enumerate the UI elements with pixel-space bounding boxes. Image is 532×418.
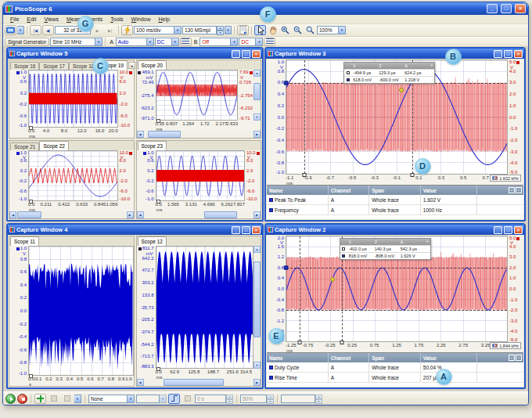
ruler-handle[interactable] [410, 173, 414, 177]
scroll-right-icon[interactable]: ▶ [127, 211, 134, 218]
window-close-button[interactable]: × [252, 50, 261, 58]
channel-b-options-button[interactable] [264, 38, 275, 46]
channel-a-coupling-combo[interactable]: DC ▼ [155, 38, 179, 46]
signal-generator-button[interactable]: Signal Generator [5, 38, 49, 46]
channel-a-range-combo[interactable]: Auto ▼ [116, 38, 154, 46]
capture-window-titlebar[interactable]: Capture Window 5_□× [8, 49, 262, 59]
scrollbar-thumb[interactable] [148, 131, 181, 138]
legend-dropdown-icon[interactable]: ▼ [429, 63, 434, 69]
add-measurement-button[interactable] [34, 394, 46, 404]
siggen-dropdown-icon[interactable]: ▼ [95, 38, 102, 46]
window-minimize-button[interactable]: _ [494, 226, 502, 234]
zoom-full-button[interactable] [304, 25, 316, 35]
trigger-extra-value[interactable] [281, 395, 315, 403]
ruler-handle[interactable] [297, 341, 301, 344]
scrollbar-track[interactable] [144, 379, 254, 386]
scroll-right-icon[interactable]: ▶ [253, 211, 261, 218]
table-restore-icon[interactable]: ▫ [516, 355, 522, 361]
pointer-tool-button[interactable] [254, 25, 266, 35]
scope-view-button[interactable] [5, 25, 16, 35]
table-collapse-icon[interactable]: – [509, 355, 515, 361]
horizontal-scrollbar[interactable]: ◀▶ [137, 379, 261, 386]
window-maximize-button[interactable]: □ [504, 226, 512, 234]
parked-ruler-handle[interactable] [156, 200, 160, 204]
falling-edge-button[interactable] [182, 394, 193, 404]
scope-plot-area[interactable] [156, 246, 254, 369]
maximize-button[interactable]: □ [501, 4, 512, 13]
trigger-source-combo[interactable]: ▼ [136, 395, 167, 403]
tab-scope-23[interactable]: Scope 23 [138, 141, 167, 150]
capture-window-4[interactable]: Capture Window 4_□×Scope 111.00.80.60.40… [6, 223, 264, 389]
tab-scroll-left-icon[interactable]: ◂ [128, 62, 135, 69]
close-button[interactable]: × [515, 4, 526, 13]
trigger-time-value[interactable]: 0 s [195, 395, 226, 403]
pretrigger-combo[interactable]: 50% ▲▼ [240, 395, 274, 403]
tab-scope-11[interactable]: Scope 11 [10, 236, 39, 246]
channel-a-marker-icon[interactable] [284, 81, 288, 85]
tab-scope-12[interactable]: Scope 12 [138, 236, 167, 246]
time-ruler[interactable] [300, 236, 300, 341]
window-minimize-button[interactable]: _ [494, 50, 502, 58]
window-maximize-button[interactable]: □ [242, 226, 250, 234]
scroll-right-icon[interactable]: ▶ [253, 131, 261, 138]
scroll-left-icon[interactable]: ◀ [137, 211, 144, 218]
ruler-handle[interactable] [302, 173, 306, 177]
last-capture-button[interactable]: ▶| [104, 25, 116, 35]
samples-options-dropdown[interactable]: ▼ [225, 26, 232, 34]
capture-window-3[interactable]: Capture Window 3_□×1.00.80.60.40.20.0-0.… [264, 47, 526, 222]
channel-a-range-dropdown-icon[interactable]: ▼ [147, 38, 154, 46]
scope-view-dropdown[interactable]: ▼ [17, 26, 24, 34]
tab-scope-21[interactable]: Scope 21 [10, 142, 39, 150]
channel-b-coupling-combo[interactable]: DC ▼ [239, 38, 263, 46]
trigger-extra-combo[interactable]: ▲▼ [281, 395, 322, 403]
scroll-left-icon[interactable]: ◀ [137, 379, 144, 386]
pretrigger-spinner[interactable]: ▲▼ [267, 395, 274, 403]
trigger-mode-combo[interactable]: None ▼ [88, 395, 135, 403]
measurement-row[interactable]: Peak To PeakAWhole trace1.602 V [267, 195, 523, 205]
vertical-scrollbar[interactable]: ▲▼ [253, 246, 261, 369]
parked-ruler-handle[interactable] [29, 126, 33, 130]
capture-window-5[interactable]: Capture Window 5_□×Scope 16Scope 17Scope… [6, 47, 264, 222]
samples-value[interactable]: 130 MSmpl [182, 26, 217, 34]
scrollbar-track[interactable] [144, 211, 254, 218]
window-maximize-button[interactable]: □ [242, 50, 250, 58]
ruler-legend[interactable]: 12Δ▼-494.9 µs129.3 µs624.2 µs618.0 mV-60… [343, 62, 435, 84]
measurement-dropdown[interactable]: ▼ [74, 395, 81, 403]
measurement-row[interactable]: Duty CycleAWhole trace50.04 % [267, 362, 523, 373]
measurement-row[interactable]: FrequencyAWhole trace1000 Hz [267, 205, 523, 215]
edit-measurement-button[interactable] [48, 394, 59, 404]
trigger-time-spinner[interactable]: ▲▼ [226, 395, 233, 403]
window-maximize-button[interactable]: □ [504, 50, 512, 58]
channel-a-marker-icon[interactable] [284, 266, 288, 270]
channel-b-coupling-value[interactable]: DC [239, 38, 256, 46]
rising-edge-button[interactable] [168, 394, 180, 404]
vertical-scrollbar[interactable]: ▲▼ [253, 70, 261, 121]
legend-dropdown-icon[interactable]: ▼ [425, 239, 430, 245]
window-close-button[interactable]: × [252, 226, 261, 234]
trigger-source-dropdown-icon[interactable]: ▼ [160, 395, 167, 403]
pretrigger-value[interactable]: 50% [240, 395, 267, 403]
parked-ruler-handle[interactable] [29, 200, 33, 204]
scope-plot-area[interactable] [28, 150, 118, 201]
scrollbar-track[interactable] [16, 211, 127, 218]
scroll-left-icon[interactable]: ◀ [137, 131, 144, 138]
menu-file[interactable]: File [6, 16, 23, 22]
channel-b-range-dropdown-icon[interactable]: ▼ [231, 38, 238, 46]
channel-b-range-value[interactable]: Off [200, 38, 231, 46]
scrollbar-track[interactable] [253, 77, 261, 114]
scope-plot-area[interactable] [28, 70, 118, 128]
trigger-mode-dropdown-icon[interactable]: ▼ [128, 395, 135, 403]
timebase-dropdown-icon[interactable]: ▼ [174, 26, 182, 34]
scope-plot-area[interactable]: 12Δ▼-402.0 µs140.3 µs542.3 µs818.0 mV-80… [286, 236, 508, 342]
channel-a-coupling-dropdown-icon[interactable]: ▼ [172, 38, 179, 46]
first-capture-button[interactable]: |◀ [30, 25, 41, 35]
menu-window[interactable]: Window [128, 16, 155, 22]
horizontal-scrollbar[interactable]: ◀▶ [9, 211, 134, 218]
channel-b-range-combo[interactable]: Off ▼ [200, 38, 238, 46]
scrollbar-thumb[interactable] [17, 211, 41, 218]
properties-button[interactable] [237, 25, 249, 35]
channel-a-range-value[interactable]: Auto [116, 38, 147, 46]
parked-ruler-handle[interactable] [156, 367, 160, 371]
window-close-button[interactable]: × [514, 50, 523, 58]
scroll-right-icon[interactable]: ▶ [253, 379, 261, 386]
